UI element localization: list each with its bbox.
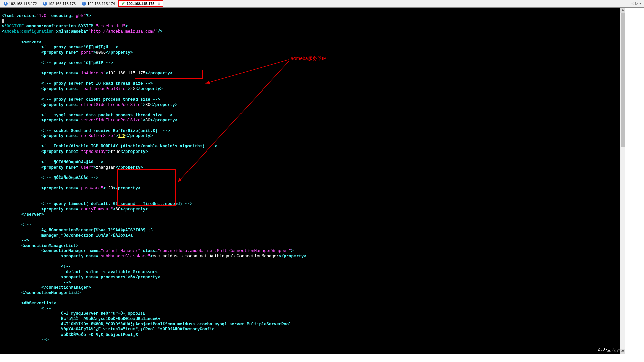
tab-next-icon[interactable]: ▷ (635, 1, 638, 6)
tab-1[interactable]: 192.168.115.173 (40, 0, 79, 7)
vertical-scrollbar[interactable]: ▲ ▼ (620, 8, 625, 354)
info-icon (4, 2, 8, 6)
tab-bar: 192.168.115.172 192.168.115.173 192.168.… (0, 0, 644, 7)
scroll-thumb[interactable] (621, 13, 625, 147)
comment: <!-- proxy server net IO Read thread siz… (41, 81, 153, 86)
comment: <!-- ¶ÔÎâÑéÖ¤µÄÃÜÂë --> (41, 176, 98, 180)
tab-label: 192.168.115.175 (127, 2, 155, 6)
comment: <!-- ¶ÔÎâÑéÖ¤µÄÓÃ»§Ãû --> (41, 160, 103, 165)
password-value: 123 (106, 186, 113, 191)
tab-2[interactable]: 192.168.115.174 (79, 0, 118, 7)
comment: <!-- proxy server client process thread … (41, 97, 160, 102)
check-icon: ✔ (121, 2, 125, 6)
tab-label: 192.168.115.174 (87, 2, 115, 6)
user-value: zhangsan (96, 165, 116, 170)
editor-margin (625, 8, 644, 354)
info-icon (82, 2, 86, 6)
svg-line-0 (206, 60, 289, 83)
watermark: ☁ 亿速云 (606, 348, 625, 353)
comment: <!-- Enable/disable TCP_NODELAY (disable… (41, 144, 217, 149)
svg-line-1 (178, 61, 289, 182)
ip-address-value: 192.168.115.175 (108, 71, 145, 76)
watermark-text: 亿速云 (612, 348, 625, 353)
comment: <!-- query timeout( default: 60 second ,… (41, 202, 192, 206)
xml-decl: <?xml (2, 14, 16, 18)
comment: <!-- proxy server'ö¶¨µÄ¶Ë¿Ú --> (41, 45, 118, 50)
code-editor[interactable]: <?xml version="1.0" encoding="gbk"?> <!D… (0, 7, 644, 354)
comment: <!-- proxy server'ö¶¨µÄIP --> (41, 61, 113, 65)
cloud-icon: ☁ (606, 348, 611, 353)
info-icon (43, 2, 47, 6)
comment: <!-- mysql server data packet process th… (41, 113, 172, 118)
comment: <!-- socket Send and receive BufferSize(… (41, 129, 170, 133)
tab-3-active[interactable]: ✔192.168.115.175× (118, 0, 164, 7)
tab-label: 192.168.115.172 (9, 2, 37, 6)
tab-menu-icon[interactable]: ▾ (639, 1, 641, 6)
text-cursor (2, 19, 4, 23)
port-value: 8066 (96, 50, 106, 55)
tab-label: 192.168.115.173 (48, 2, 76, 6)
tab-nav: ◁ ▷ ▾ (631, 1, 643, 6)
close-icon[interactable]: × (158, 1, 160, 6)
tab-prev-icon[interactable]: ◁ (631, 1, 634, 6)
scroll-up-icon[interactable]: ▲ (620, 8, 625, 13)
annotation-label: aomeba服务器IP (291, 56, 326, 61)
tab-0[interactable]: 192.168.115.172 (1, 0, 40, 7)
